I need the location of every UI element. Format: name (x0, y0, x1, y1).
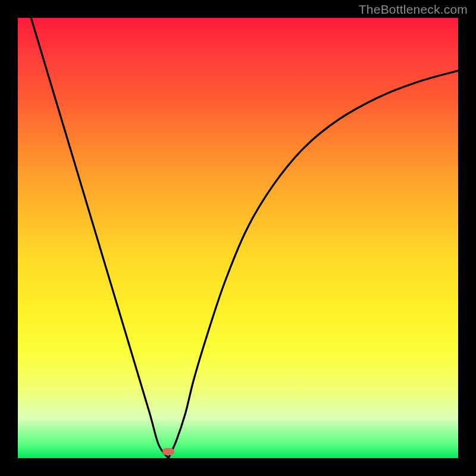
chart-frame: TheBottleneck.com (0, 0, 476, 476)
dip-marker (162, 448, 174, 455)
curve-right-branch (168, 71, 458, 458)
watermark: TheBottleneck.com (359, 2, 468, 17)
curve-left-branch (31, 18, 168, 458)
plot-area (18, 18, 458, 458)
curve-layer (18, 18, 458, 458)
